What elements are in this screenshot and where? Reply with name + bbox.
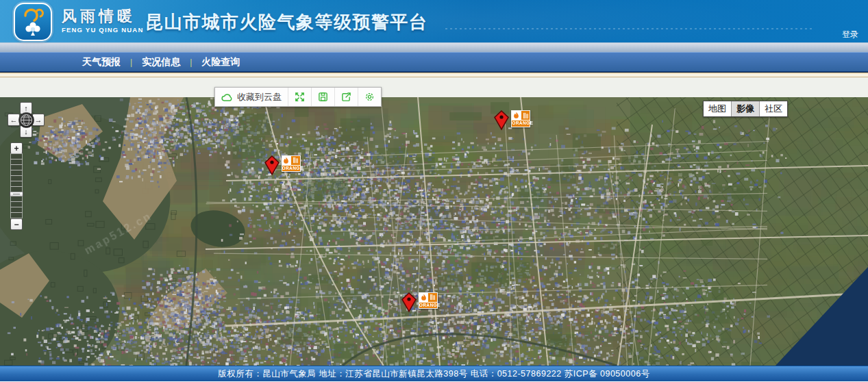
login-link[interactable]: 登录 — [842, 29, 858, 40]
map-pan-control: ↑ ← → ↓ — [7, 102, 48, 140]
logo-name-cn: 风雨情暖 — [62, 9, 143, 24]
header-decor-dots — [445, 28, 813, 29]
logo-text: 风雨情暖 FENG YU QING NUAN — [62, 9, 143, 34]
nav-item-fire-risk-query[interactable]: 火险查询 — [201, 56, 240, 68]
map-pin-icon — [401, 292, 417, 313]
logo-cloud-flower-icon — [18, 6, 47, 38]
fullscreen-icon — [295, 92, 305, 102]
zoom-slider-track-upper[interactable] — [10, 154, 23, 192]
save-image-button[interactable] — [312, 88, 335, 106]
map-toolbar: 收藏到云盘 — [214, 87, 382, 107]
fire-risk-marker[interactable]: ORANGE — [264, 155, 301, 176]
zoom-out-button[interactable]: − — [10, 218, 23, 230]
flame-icon — [419, 293, 429, 302]
map-type-imagery-button[interactable]: 影像 — [732, 101, 760, 116]
zoom-slider-segment — [10, 212, 23, 218]
zoom-slider-segment — [10, 186, 23, 192]
fire-risk-badge: ORANGE — [282, 155, 301, 173]
fire-risk-badge: ORANGE — [419, 292, 438, 309]
logo — [14, 3, 52, 41]
fire-risk-badge: ORANGE — [511, 110, 530, 127]
share-icon — [341, 92, 351, 102]
content-gap — [0, 77, 868, 97]
building-icon — [291, 156, 300, 165]
globe-icon[interactable] — [18, 112, 34, 128]
accent-stripe — [0, 73, 868, 77]
map-pin-icon — [264, 155, 280, 176]
cloud-icon — [221, 92, 233, 102]
zoom-in-button[interactable]: + — [10, 142, 23, 154]
nav-separator: | — [130, 58, 132, 67]
header-substripe — [0, 42, 868, 52]
flame-icon — [282, 156, 292, 165]
copyright-text: 版权所有：昆山市气象局 地址：江苏省昆山市新镇昆太路398号 电话：0512-5… — [218, 368, 649, 380]
header: 风雨情暖 FENG YU QING NUAN 昆山市城市火险气象等级预警平台 登… — [0, 0, 868, 42]
fire-risk-level-label: ORANGE — [419, 302, 437, 309]
nav-item-weather-forecast[interactable]: 天气预报 — [82, 56, 121, 68]
nav-separator: | — [190, 58, 192, 67]
footer: 版权所有：昆山市气象局 地址：江苏省昆山市新镇昆太路398号 电话：0512-5… — [0, 366, 868, 381]
fire-risk-marker[interactable]: ORANGE — [401, 292, 438, 313]
map-area: map512.cn ↑ ← → ↓ + − — [0, 97, 868, 366]
save-icon — [318, 92, 328, 102]
building-icon — [428, 293, 437, 302]
logo-name-en: FENG YU QING NUAN — [62, 27, 143, 34]
map-type-switch: 地图 影像 社区 — [703, 101, 788, 117]
main-nav: 天气预报 | 实况信息 | 火险查询 — [0, 52, 868, 73]
fire-risk-level-label: ORANGE — [512, 120, 530, 127]
share-button[interactable] — [335, 88, 358, 106]
fullscreen-button[interactable] — [288, 88, 312, 106]
fire-risk-marker[interactable]: ORANGE — [493, 110, 530, 131]
nav-item-live-info[interactable]: 实况信息 — [142, 56, 180, 68]
save-to-cloud-label: 收藏到云盘 — [237, 91, 282, 103]
map-type-community-button[interactable]: 社区 — [760, 101, 787, 116]
settings-button[interactable] — [358, 88, 381, 106]
page-title: 昆山市城市火险气象等级预警平台 — [145, 10, 428, 34]
zoom-slider-track-lower[interactable] — [10, 196, 23, 218]
map-type-map-button[interactable]: 地图 — [704, 101, 732, 116]
satellite-map[interactable] — [0, 97, 868, 366]
page: 风雨情暖 FENG YU QING NUAN 昆山市城市火险气象等级预警平台 登… — [0, 0, 868, 382]
fire-risk-level-label: ORANGE — [282, 165, 300, 172]
map-pin-icon — [493, 110, 510, 131]
map-zoom-control: + − — [10, 142, 23, 230]
gear-icon — [364, 92, 375, 102]
building-icon — [521, 111, 530, 120]
save-to-cloud-button[interactable]: 收藏到云盘 — [215, 88, 288, 106]
flame-icon — [512, 111, 521, 120]
